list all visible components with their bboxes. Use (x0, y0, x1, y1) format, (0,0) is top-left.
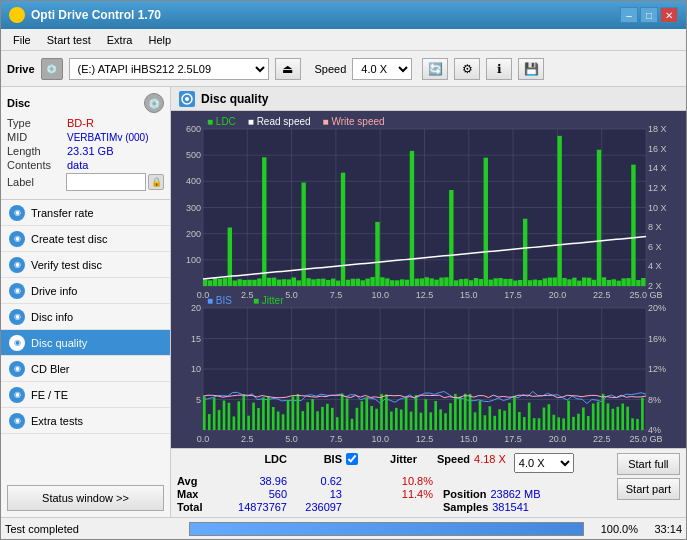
avg-bis: 0.62 (287, 475, 342, 487)
app-icon (9, 7, 25, 23)
mid-label: MID (7, 131, 67, 143)
ldc-header: LDC (217, 453, 287, 473)
sidebar-item-disc-info[interactable]: ◉ Disc info (1, 304, 170, 330)
status-text: Test completed (5, 523, 185, 535)
progress-bar (189, 522, 584, 536)
menu-help[interactable]: Help (140, 32, 179, 48)
stats-row-avg: Avg 38.96 0.62 10.8% (177, 475, 611, 487)
start-full-button[interactable]: Start full (617, 453, 680, 475)
speed-label-stats: Speed (437, 453, 470, 473)
stats-row-max: Max 560 13 11.4% Position 23862 MB (177, 488, 611, 500)
menu-file[interactable]: File (5, 32, 39, 48)
length-label: Length (7, 145, 67, 157)
type-label: Type (7, 117, 67, 129)
jitter-header: Jitter (362, 453, 417, 473)
max-ldc: 560 (217, 488, 287, 500)
speed-label: Speed (315, 63, 347, 75)
sidebar-nav: ◉ Transfer rate ◉ Create test disc ◉ Ver… (1, 200, 170, 479)
length-value: 23.31 GB (67, 145, 164, 157)
transfer-rate-icon: ◉ (9, 205, 25, 221)
jitter-checkbox[interactable] (346, 453, 358, 465)
settings-button[interactable]: ⚙ (454, 58, 480, 80)
speed-select[interactable]: 4.0 X (352, 58, 412, 80)
info-button[interactable]: ℹ (486, 58, 512, 80)
time-text: 33:14 (642, 523, 682, 535)
sidebar-item-transfer-rate[interactable]: ◉ Transfer rate (1, 200, 170, 226)
position-label: Position (443, 488, 486, 500)
window-title: Opti Drive Control 1.70 (31, 8, 161, 22)
avg-label: Avg (177, 475, 217, 487)
stats-row-total: Total 14873767 236097 Samples 381541 (177, 501, 611, 513)
contents-label: Contents (7, 159, 67, 171)
speed-select-stats[interactable]: 4.0 X (514, 453, 574, 473)
action-buttons: Start full Start part (617, 453, 680, 500)
type-value: BD-R (67, 117, 164, 129)
sidebar-item-cd-bler[interactable]: ◉ CD Bler (1, 356, 170, 382)
maximize-button[interactable]: □ (640, 7, 658, 23)
max-bis: 13 (287, 488, 342, 500)
max-jitter: 11.4% (358, 488, 433, 500)
quality-chart (171, 111, 686, 448)
svg-point-1 (185, 97, 189, 101)
mid-value: VERBATIMv (000) (67, 132, 164, 143)
start-part-button[interactable]: Start part (617, 478, 680, 500)
label-icon: 🔒 (148, 174, 164, 190)
sidebar-item-verify-test-disc[interactable]: ◉ Verify test disc (1, 252, 170, 278)
drive-label: Drive (7, 63, 35, 75)
drive-info-icon: ◉ (9, 283, 25, 299)
save-button[interactable]: 💾 (518, 58, 544, 80)
menu-extra[interactable]: Extra (99, 32, 141, 48)
disc-quality-icon-header (179, 91, 195, 107)
position-value: 23862 MB (490, 488, 540, 500)
verify-test-disc-icon: ◉ (9, 257, 25, 273)
drive-select[interactable]: (E:) ATAPI iHBS212 2.5L09 (69, 58, 269, 80)
disc-quality-title: Disc quality (201, 92, 268, 106)
minimize-button[interactable]: – (620, 7, 638, 23)
jitter-checkbox-container (346, 453, 358, 473)
label-input[interactable] (66, 173, 146, 191)
total-ldc: 14873767 (217, 501, 287, 513)
label-label: Label (7, 176, 66, 188)
avg-jitter: 10.8% (358, 475, 433, 487)
sidebar-item-fe-te[interactable]: ◉ FE / TE (1, 382, 170, 408)
samples-label: Samples (443, 501, 488, 513)
extra-tests-icon: ◉ (9, 413, 25, 429)
sidebar-item-extra-tests[interactable]: ◉ Extra tests (1, 408, 170, 434)
menu-start-test[interactable]: Start test (39, 32, 99, 48)
max-label: Max (177, 488, 217, 500)
create-test-disc-icon: ◉ (9, 231, 25, 247)
contents-value: data (67, 159, 164, 171)
drive-icon: 💿 (41, 58, 63, 80)
disc-section-title: Disc (7, 97, 30, 109)
disc-info-icon: ◉ (9, 309, 25, 325)
avg-ldc: 38.96 (217, 475, 287, 487)
cd-bler-icon: ◉ (9, 361, 25, 377)
fe-te-icon: ◉ (9, 387, 25, 403)
disc-quality-icon: ◉ (9, 335, 25, 351)
progress-bar-fill (190, 523, 583, 535)
sidebar-item-create-test-disc[interactable]: ◉ Create test disc (1, 226, 170, 252)
eject-button[interactable]: ⏏ (275, 58, 301, 80)
progress-text: 100.0% (588, 523, 638, 535)
refresh-button[interactable]: 🔄 (422, 58, 448, 80)
samples-value: 381541 (492, 501, 529, 513)
total-bis: 236097 (287, 501, 342, 513)
disc-icon: 💿 (144, 93, 164, 113)
sidebar-item-drive-info[interactable]: ◉ Drive info (1, 278, 170, 304)
status-window-button[interactable]: Status window >> (7, 485, 164, 511)
sidebar-item-disc-quality[interactable]: ◉ Disc quality (1, 330, 170, 356)
close-button[interactable]: ✕ (660, 7, 678, 23)
bis-header: BIS (287, 453, 342, 473)
speed-value-stats: 4.18 X (474, 453, 506, 473)
total-label: Total (177, 501, 217, 513)
